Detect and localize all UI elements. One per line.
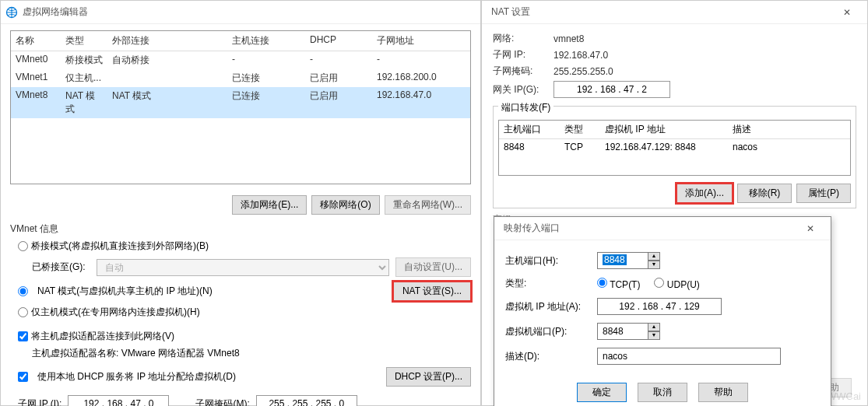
pf-col-hostport[interactable]: 主机端口 — [499, 121, 560, 138]
network-value: vmnet8 — [553, 33, 584, 44]
spinner-down-icon[interactable]: ▼ — [648, 261, 660, 269]
map-vmport-input[interactable] — [597, 323, 648, 340]
bridged-to-select[interactable]: 自动 — [97, 259, 390, 276]
table-row[interactable]: VMnet0 桥接模式 自动桥接 - - - — [11, 51, 470, 69]
pf-props-button[interactable]: 属性(P) — [796, 184, 851, 203]
add-network-button[interactable]: 添加网络(E)... — [232, 195, 307, 215]
r-subnet-mask: 255.255.255.0 — [553, 66, 613, 77]
dhcp-settings-button[interactable]: DHCP 设置(P)... — [386, 367, 471, 387]
subnet-ip-label: 子网 IP (I): — [18, 397, 61, 407]
vmnet-info-label: VMnet 信息 — [10, 222, 471, 236]
subnet-mask-label: 子网掩码(M): — [195, 397, 249, 407]
col-ext[interactable]: 外部连接 — [107, 31, 227, 51]
r-subnet-mask-label: 子网掩码: — [493, 65, 553, 78]
bridge-label: 桥接模式(将虚拟机直接连接到外部网络)(B) — [31, 240, 209, 253]
globe-icon — [5, 6, 18, 19]
map-vmip-input[interactable] — [597, 298, 722, 315]
table-row[interactable]: VMnet1 仅主机... 已连接 已启用 192.168.200.0 — [11, 69, 470, 87]
network-table[interactable]: 名称 类型 外部连接 主机连接 DHCP 子网地址 VMnet0 桥接模式 自动… — [10, 30, 471, 184]
map-hostport-input[interactable]: 8848 — [597, 252, 648, 269]
pf-row[interactable]: 8848 TCP 192.168.47.129: 8848 nacos — [499, 139, 850, 155]
hostonly-radio[interactable] — [18, 307, 28, 317]
udp-radio[interactable] — [654, 278, 664, 288]
vne-title: 虚拟网络编辑器 — [23, 5, 476, 19]
map-ok-button[interactable]: 确定 — [577, 383, 627, 402]
auto-settings-button[interactable]: 自动设置(U)... — [395, 257, 471, 277]
map-type-label: 类型: — [505, 277, 597, 290]
rename-network-button[interactable]: 重命名网络(W)... — [385, 195, 471, 215]
udp-radio-label[interactable]: UDP(U) — [654, 278, 699, 290]
col-name[interactable]: 名称 — [11, 31, 61, 51]
pf-col-vmip[interactable]: 虚拟机 IP 地址 — [600, 121, 728, 138]
spinner-up-icon[interactable]: ▲ — [648, 252, 660, 261]
bridge-radio[interactable] — [18, 241, 28, 251]
nat-titlebar: NAT 设置 ✕ — [482, 1, 867, 24]
nat-radio[interactable] — [18, 286, 28, 296]
bridged-to-label: 已桥接至(G): — [32, 261, 86, 274]
pf-remove-button[interactable]: 移除(R) — [737, 184, 792, 203]
port-forward-label: 端口转发(F) — [498, 101, 553, 114]
gateway-input[interactable] — [553, 81, 670, 98]
map-vmport-label: 虚拟机端口(P): — [505, 325, 597, 338]
gateway-label: 网关 IP(G): — [493, 83, 553, 96]
map-cancel-button[interactable]: 取消 — [638, 383, 687, 402]
network-table-header: 名称 类型 外部连接 主机连接 DHCP 子网地址 — [11, 31, 470, 51]
col-type[interactable]: 类型 — [61, 31, 107, 51]
hostonly-label: 仅主机模式(在专用网络内连接虚拟机)(H) — [31, 306, 200, 319]
spinner-up-icon[interactable]: ▲ — [648, 323, 660, 331]
pf-add-button[interactable]: 添加(A)... — [676, 184, 733, 203]
map-desc-input[interactable] — [597, 348, 781, 365]
use-dhcp-label: 使用本地 DHCP 服务将 IP 地址分配给虚拟机(D) — [37, 370, 380, 383]
col-dhcp[interactable]: DHCP — [305, 31, 372, 51]
tcp-radio[interactable] — [597, 278, 607, 288]
vne-titlebar: 虚拟网络编辑器 — [1, 1, 480, 24]
connect-adapter-check[interactable] — [18, 331, 28, 341]
remove-network-button[interactable]: 移除网络(O) — [311, 195, 379, 215]
spinner-down-icon[interactable]: ▼ — [648, 331, 660, 340]
map-vmip-label: 虚拟机 IP 地址(A): — [505, 300, 597, 313]
col-host[interactable]: 主机连接 — [227, 31, 305, 51]
subnet-mask-input[interactable] — [256, 395, 357, 406]
connect-adapter-label: 将主机虚拟适配器连接到此网络(V) — [31, 330, 174, 343]
col-subnet[interactable]: 子网地址 — [372, 31, 466, 51]
nat-title: NAT 设置 — [487, 5, 831, 19]
subnet-ip-input[interactable] — [68, 395, 169, 406]
r-subnet-ip: 192.168.47.0 — [553, 50, 608, 61]
use-dhcp-check[interactable] — [18, 372, 28, 382]
pf-col-desc[interactable]: 描述 — [728, 121, 806, 138]
map-desc-label: 描述(D): — [505, 350, 597, 363]
table-row[interactable]: VMnet8 NAT 模式 NAT 模式 已连接 已启用 192.168.47.… — [11, 87, 470, 118]
map-port-dialog: 映射传入端口 ✕ 主机端口(H): 8848 ▲ ▼ 类型: TCP(T) UD… — [494, 216, 831, 406]
map-title: 映射传入端口 — [499, 222, 795, 235]
port-forward-table[interactable]: 主机端口 类型 虚拟机 IP 地址 描述 8848 TCP 192.168.47… — [498, 120, 851, 176]
map-hostport-label: 主机端口(H): — [505, 254, 597, 268]
pf-col-type[interactable]: 类型 — [560, 121, 600, 138]
nat-settings-button[interactable]: NAT 设置(S)... — [393, 282, 471, 301]
close-icon[interactable]: ✕ — [795, 219, 826, 238]
nat-label: NAT 模式(与虚拟机共享主机的 IP 地址)(N) — [37, 285, 387, 298]
close-icon[interactable]: ✕ — [831, 3, 863, 22]
map-help-button[interactable]: 帮助 — [698, 383, 748, 402]
r-subnet-ip-label: 子网 IP: — [493, 48, 553, 61]
network-label: 网络: — [493, 32, 553, 45]
adapter-name-text: 主机虚拟适配器名称: VMware 网络适配器 VMnet8 — [10, 345, 471, 365]
tcp-radio-label[interactable]: TCP(T) — [597, 278, 640, 290]
